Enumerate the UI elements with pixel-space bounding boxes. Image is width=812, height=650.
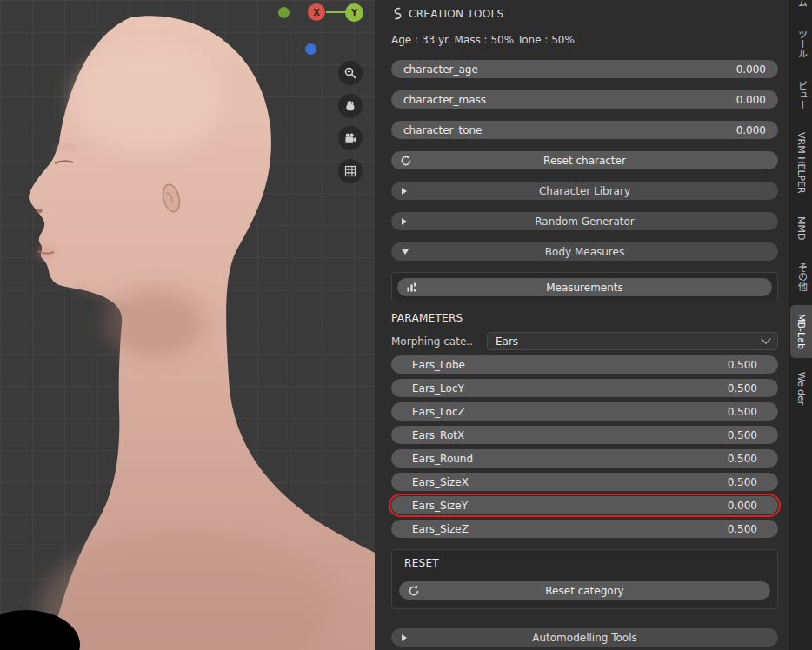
character-head-render [0,0,375,650]
character-summary: Age : 33 yr. Mass : 50% Tone : 50% [391,34,778,48]
gizmo-axis-x[interactable]: X [308,3,325,21]
tab-misc[interactable]: その他 [790,254,812,300]
gizmo-axis-y-neg[interactable] [278,7,290,18]
section-label: Body Measures [545,246,624,258]
ears-sizex-slider[interactable]: Ears_SizeX 0.500 [391,473,778,491]
gizmo-axis-y[interactable]: Y [345,3,363,22]
character-tone-slider[interactable]: character_tone 0.000 [391,121,778,139]
toggle-grid-button[interactable] [338,159,363,183]
slider-value: 0.500 [728,359,757,371]
reset-character-button[interactable]: Reset character [391,151,778,169]
reset-icon [400,155,412,167]
camera-view-button[interactable] [338,126,363,150]
parameters-title: PARAMETERS [391,312,778,326]
reset-category-button[interactable]: Reset category [399,581,770,600]
expanded-arrow-icon [402,249,409,255]
mblab-panel: CREATION TOOLS Age : 33 yr. Mass : 50% T… [375,0,789,650]
tab-label: MMD [795,216,807,240]
hand-icon [343,99,357,113]
character-age-slider[interactable]: character_age 0.000 [391,60,778,78]
reset-title: RESET [399,557,770,571]
character-mass-slider[interactable]: character_mass 0.000 [391,90,778,109]
gizmo-axis-z[interactable] [305,43,316,55]
button-label: Reset category [545,585,623,597]
slider-value: 0.000 [728,500,757,512]
zoom-button[interactable] [338,61,363,85]
chevron-down-icon [761,334,770,343]
morphing-category-row: Morphing cate.. Ears [391,332,778,350]
panel-header: CREATION TOOLS [391,0,778,21]
grid-icon [343,164,357,178]
tab-label: ツール [795,30,809,58]
tab-welder[interactable]: Welder [790,363,812,414]
3d-viewport[interactable]: X Y [0,0,375,650]
camera-icon [343,131,357,145]
tab-label: MB-Lab [795,314,807,349]
pan-button[interactable] [338,94,363,118]
zoom-icon [343,66,357,80]
ears-lobe-slider[interactable]: Ears_Lobe 0.500 [391,355,778,374]
slider-value: 0.500 [728,382,757,395]
measurements-button[interactable]: Measurements [397,278,772,296]
sidebar-tab-strip: アイテム ツール ビュー VRM HELPER MMD その他 MB-Lab W… [789,0,812,650]
ears-locy-slider[interactable]: Ears_LocY 0.500 [391,379,778,397]
reset-icon [408,585,420,597]
ears-sizez-slider[interactable]: Ears_SizeZ 0.500 [391,520,778,538]
button-label: Measurements [546,282,623,294]
morphing-category-label: Morphing cate.. [391,335,487,348]
slider-value: 0.500 [728,453,757,465]
dropdown-value: Ears [496,335,518,348]
slider-label: character_mass [403,94,486,106]
slider-value: 0.500 [728,476,757,488]
body-measures-box: Measurements [391,272,778,302]
slider-label: Ears_Lobe [412,359,465,371]
slider-value: 0.500 [728,429,757,441]
section-character-library[interactable]: Character Library [391,182,778,200]
section-label: Random Generator [535,216,634,228]
ears-locz-slider[interactable]: Ears_LocZ 0.500 [391,402,778,421]
section-label: Automodelling Tools [532,632,637,644]
tab-vrm-helper[interactable]: VRM HELPER [790,123,812,202]
slider-label: character_tone [403,124,483,136]
tab-label: VRM HELPER [795,132,807,194]
slider-value: 0.500 [728,406,757,418]
slider-label: Ears_LocY [412,382,464,395]
ears-round-slider[interactable]: Ears_Round 0.500 [391,449,778,468]
tab-list: アイテム ツール ビュー VRM HELPER MMD その他 MB-Lab W… [790,0,812,414]
tab-label: Welder [795,372,807,405]
tab-mmd[interactable]: MMD [790,208,812,249]
collapsed-arrow-icon [402,634,407,641]
slider-label: Ears_LocZ [412,406,465,418]
gizmo-y-axis-line [326,11,346,13]
section-random-generator[interactable]: Random Generator [391,212,778,230]
slider-label: Ears_RotX [412,429,464,441]
collapsed-arrow-icon [402,188,407,195]
collapsed-arrow-icon [402,218,407,225]
tab-item[interactable]: アイテム [790,0,812,16]
slider-label: Ears_SizeZ [412,523,469,535]
tab-mblab-active[interactable]: MB-Lab [790,305,812,358]
section-label: Character Library [539,185,630,197]
button-label: Reset character [543,155,626,167]
tab-view[interactable]: ビュー [790,72,812,118]
tab-label: ビュー [795,81,809,109]
slider-value: 0.500 [728,523,757,535]
panel-title: CREATION TOOLS [409,8,503,20]
slider-label: Ears_SizeX [412,476,469,488]
section-automodelling-tools[interactable]: Automodelling Tools [391,628,778,647]
ears-rotx-slider[interactable]: Ears_RotX 0.500 [391,426,778,444]
tab-label: その他 [795,262,809,291]
measurements-icon [406,282,418,293]
slider-value: 0.000 [736,124,766,136]
section-body-measures[interactable]: Body Measures [391,242,778,261]
ears-sizey-slider-highlighted[interactable]: Ears_SizeY 0.000 [391,496,778,514]
morphing-category-dropdown[interactable]: Ears [487,332,778,350]
gizmo-y-label: Y [351,8,357,17]
slider-label: Ears_Round [412,453,473,465]
slider-value: 0.000 [736,63,766,76]
gizmo-x-label: X [313,8,320,17]
slider-label: character_age [403,63,478,76]
tab-tool[interactable]: ツール [790,21,812,67]
reset-box: RESET Reset category [391,549,778,609]
tab-label: アイテム [795,0,809,7]
